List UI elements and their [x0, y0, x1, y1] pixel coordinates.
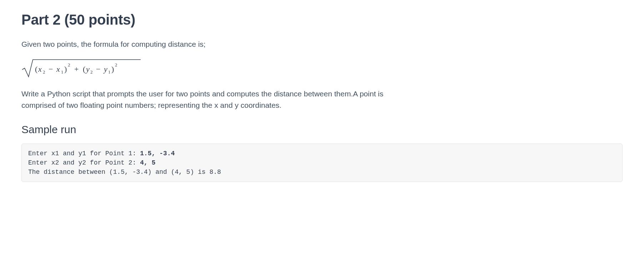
svg-text:+: + [74, 65, 79, 74]
sample-line-1-prompt: Enter x1 and y1 for Point 1: [28, 150, 140, 157]
sample-line-1-input: 1.5, -3.4 [140, 150, 175, 157]
svg-text:y: y [85, 65, 90, 74]
part-title: Part 2 (50 points) [21, 9, 623, 31]
svg-text:2: 2 [115, 62, 117, 67]
svg-text:): ) [111, 65, 114, 74]
svg-text:(: ( [35, 65, 37, 74]
svg-text:(: ( [83, 65, 85, 74]
distance-formula: ( x 2 − x 1 ) 2 + ( y 2 − y 1 ) 2 [21, 58, 623, 78]
sample-output: Enter x1 and y1 for Point 1: 1.5, -3.4 E… [21, 143, 623, 182]
svg-text:x: x [38, 65, 42, 74]
sample-run-heading: Sample run [21, 121, 623, 138]
sample-line-2-input: 4, 5 [140, 159, 155, 166]
sample-line-2-prompt: Enter x2 and y2 for Point 2: [28, 159, 140, 166]
svg-text:y: y [103, 65, 107, 74]
svg-text:−: − [49, 65, 53, 74]
intro-paragraph: Given two points, the formula for comput… [21, 39, 418, 50]
sample-line-3: The distance between (1.5, -3.4) and (4,… [28, 168, 221, 176]
svg-text:2: 2 [90, 69, 93, 75]
instructions-paragraph: Write a Python script that prompts the u… [21, 88, 418, 111]
svg-text:1: 1 [61, 69, 64, 75]
svg-text:x: x [56, 65, 60, 74]
svg-text:1: 1 [108, 69, 111, 75]
svg-text:2: 2 [68, 62, 70, 67]
svg-text:−: − [96, 65, 100, 74]
svg-text:2: 2 [43, 69, 45, 75]
svg-text:): ) [64, 65, 67, 74]
